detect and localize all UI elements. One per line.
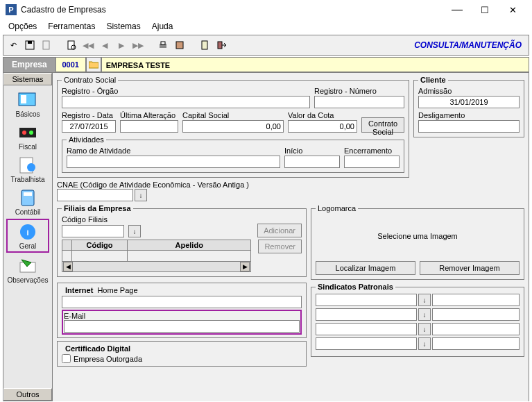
internet-group: Internet Home Page E-Mail [57, 283, 307, 338]
atividades-legend: Atividades [67, 135, 106, 144]
cnae-dropdown-icon[interactable]: ↓ [135, 189, 147, 201]
print-icon[interactable] [155, 37, 171, 53]
tool1-icon[interactable] [172, 37, 187, 53]
sind-desc-3[interactable] [432, 323, 520, 335]
reg-numero-input[interactable] [314, 96, 404, 108]
valor-cota-label: Valor da Cota [288, 111, 357, 119]
menu-opcoes[interactable]: Opções [3, 20, 42, 33]
sidebar-item-geral[interactable]: i Geral [6, 219, 49, 253]
inicio-input[interactable] [284, 156, 340, 168]
undo-icon[interactable]: ↶ [6, 37, 21, 53]
email-input[interactable] [64, 320, 300, 333]
homepage-label: Home Page [97, 286, 137, 294]
sind-code-4[interactable] [316, 337, 417, 350]
remover-imagem-button[interactable]: Remover Imagem [420, 261, 520, 275]
valor-cota-input[interactable] [288, 120, 357, 133]
titlebar: P Cadastro de Empresas — ☐ ✕ [0, 0, 532, 19]
sind-dd-2-icon[interactable]: ↓ [418, 308, 431, 321]
sidebar-item-observacoes[interactable]: Observações [6, 254, 49, 285]
open-company-icon[interactable] [86, 57, 101, 72]
first-icon[interactable]: ◀◀ [80, 37, 96, 53]
app-icon: P [6, 4, 17, 15]
sind-code-1[interactable] [316, 294, 417, 306]
prev-icon[interactable]: ◀ [97, 37, 112, 53]
th-codigo[interactable]: Código [72, 240, 128, 251]
tool2-icon[interactable] [197, 37, 212, 53]
sidebar-item-trabalhista[interactable]: Trabalhista [6, 153, 49, 185]
ult-alt-input[interactable] [120, 120, 178, 133]
minimize-button[interactable]: — [443, 1, 471, 18]
exit-icon[interactable] [214, 37, 229, 53]
cnae-input[interactable] [57, 189, 133, 201]
sind-desc-1[interactable] [432, 294, 520, 306]
table-row[interactable] [62, 251, 251, 262]
reg-data-input[interactable] [62, 120, 116, 133]
sind-dd-3-icon[interactable]: ↓ [418, 323, 431, 335]
deslig-label: Desligamento [418, 111, 520, 119]
reg-data-label: Registro - Data [62, 111, 116, 119]
scroll-left-icon[interactable]: ◀ [63, 262, 73, 271]
admissao-input[interactable] [418, 96, 520, 108]
codigo-filiais-label: Código Filiais [62, 215, 108, 224]
sind-row-4: ↓ [316, 337, 520, 350]
outorgada-label: Empresa Outorgada [74, 355, 142, 363]
localizar-imagem-button[interactable]: Localizar Imagem [316, 261, 415, 275]
sind-dd-1-icon[interactable]: ↓ [418, 294, 431, 306]
cert-legend: Certificado Digital [63, 344, 132, 353]
sidebar-item-contabil[interactable]: Contábil [6, 186, 49, 217]
deslig-input[interactable] [418, 120, 520, 133]
new-icon[interactable] [39, 37, 54, 53]
sidebar-item-fiscal[interactable]: Fiscal [6, 121, 49, 152]
capital-input[interactable] [182, 120, 284, 133]
outorgada-checkbox-row[interactable]: Empresa Outorgada [62, 354, 302, 363]
sidebar-item-basicos[interactable]: Básicos [6, 88, 49, 119]
sind-dd-4-icon[interactable]: ↓ [418, 337, 431, 350]
internet-legend: Internet [63, 286, 95, 294]
company-tab[interactable]: Empresa [3, 57, 55, 72]
contrato-social-group: Contrato Social Registro - Órgão Registr… [57, 76, 409, 178]
logo-placeholder[interactable]: Selecione uma Imagem [316, 215, 520, 257]
preview-icon[interactable] [64, 37, 79, 53]
hscrollbar[interactable]: ◀ ▶ [62, 261, 251, 272]
capital-label: Capital Social [182, 111, 284, 119]
adicionar-button[interactable]: Adicionar [257, 224, 302, 237]
company-code[interactable]: 0001 [55, 57, 86, 72]
sidebar-tab-outros[interactable]: Outros [3, 388, 52, 401]
admissao-label: Admissão [418, 87, 520, 95]
cliente-group: Cliente Admissão Desligamento [413, 76, 524, 137]
sidebar-tab-sistemas[interactable]: Sistemas [3, 73, 52, 85]
save-icon[interactable] [22, 37, 37, 53]
th-apelido[interactable]: Apelido [128, 240, 251, 251]
next-icon[interactable]: ▶ [114, 37, 129, 53]
menu-ajuda[interactable]: Ajuda [146, 20, 179, 33]
close-button[interactable]: ✕ [499, 1, 526, 18]
svg-rect-18 [24, 192, 32, 196]
codigo-filiais-dropdown-icon[interactable]: ↓ [128, 225, 141, 237]
sind-desc-2[interactable] [432, 308, 520, 321]
maximize-button[interactable]: ☐ [471, 1, 499, 18]
codigo-filiais-input[interactable] [62, 225, 124, 237]
toolbar: ↶ ◀◀ ◀ ▶ ▶▶ CONSULTA/MANUTENÇÃO [3, 35, 529, 56]
ramo-label: Ramo de Atividade [67, 146, 280, 155]
reg-orgao-input[interactable] [62, 96, 310, 108]
sind-code-2[interactable] [316, 308, 417, 321]
ramo-input[interactable] [67, 156, 280, 168]
menu-sistemas[interactable]: Sistemas [101, 20, 146, 33]
window-title: Cadastro de Empresas [21, 5, 443, 15]
scroll-right-icon[interactable]: ▶ [240, 262, 250, 271]
sind-code-3[interactable] [316, 323, 417, 335]
last-icon[interactable]: ▶▶ [130, 37, 146, 53]
encerr-input[interactable] [344, 156, 400, 168]
svg-rect-6 [161, 42, 165, 44]
sind-desc-4[interactable] [432, 337, 520, 350]
menu-ferramentas[interactable]: Ferramentas [42, 20, 101, 33]
sind-row-3: ↓ [316, 323, 520, 335]
remover-button[interactable]: Remover [258, 240, 302, 253]
company-name[interactable]: EMPRESA TESTE [101, 57, 529, 72]
svg-rect-1 [28, 41, 32, 44]
svg-point-13 [22, 131, 26, 135]
contrato-social-button[interactable]: Contrato Social [361, 117, 404, 133]
homepage-input[interactable] [62, 296, 302, 308]
filiais-legend: Filiais da Empresa [62, 204, 133, 212]
outorgada-checkbox[interactable] [62, 354, 71, 363]
